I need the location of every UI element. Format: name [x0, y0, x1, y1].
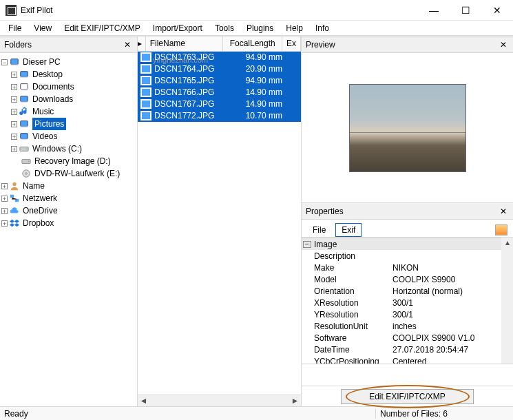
menu-file[interactable]: File [3, 22, 27, 34]
tree-item-dieser-pc[interactable]: −Dieser PC [1, 56, 137, 68]
tree-label: OneDrive [23, 204, 58, 217]
tab-exif[interactable]: Exif [335, 223, 362, 237]
properties-title: Properties [306, 207, 498, 216]
maximize-button[interactable]: ☐ [450, 0, 481, 21]
image-file-icon [140, 111, 151, 120]
property-row[interactable]: YCbCrPositioningCentered [302, 355, 501, 364]
tree-item-name[interactable]: +Name [1, 180, 137, 192]
file-row[interactable]: DSCN1772.JPG10.70 mm [138, 110, 301, 122]
menu-help[interactable]: Help [280, 22, 308, 34]
property-row[interactable]: Description [302, 250, 501, 262]
menu-tools[interactable]: Tools [209, 22, 240, 34]
expand-icon[interactable]: + [1, 208, 8, 214]
tree-item-netzwerk[interactable]: +Netzwerk [1, 192, 137, 204]
file-focal: 94.90 mm [229, 52, 289, 62]
property-row[interactable]: SoftwareCOOLPIX S9900 V1.0 [302, 332, 501, 344]
property-row[interactable]: MakeNIKON [302, 262, 501, 273]
file-row[interactable]: DSCN1763.JPG94.90 mm [138, 52, 301, 63]
file-list[interactable]: yinghezhan.com DSCN1763.JPG94.90 mmDSCN1… [138, 52, 301, 395]
menu-info[interactable]: Info [310, 22, 335, 34]
statusbar: Ready Number of Files: 6 [0, 406, 513, 420]
svg-rect-14 [22, 159, 30, 163]
image-file-icon [140, 99, 151, 109]
tree-label: Desktop [32, 68, 63, 81]
column-filename[interactable]: FileName [146, 36, 224, 51]
tree-item-documents[interactable]: +Documents [1, 81, 137, 93]
tree-item-dropbox[interactable]: +Dropbox [1, 217, 137, 229]
collapse-icon[interactable]: − [303, 241, 311, 248]
tree-item-pictures[interactable]: +Pictures [1, 118, 137, 130]
tree-item-windows-c-[interactable]: +Windows (C:) [1, 143, 137, 155]
video-icon [19, 132, 30, 141]
property-row[interactable]: ModelCOOLPIX S9900 [302, 273, 501, 285]
property-key: DateTime [302, 345, 392, 355]
dropbox-icon [9, 218, 20, 228]
tree-item-recovery-image-d-[interactable]: Recovery Image (D:) [1, 155, 137, 167]
preview-close-icon[interactable]: ✕ [498, 40, 509, 50]
tree-item-onedrive[interactable]: +OneDrive [1, 204, 137, 217]
expand-icon[interactable]: + [11, 146, 17, 152]
image-file-icon [140, 64, 151, 74]
expand-icon[interactable]: + [1, 196, 8, 202]
properties-list[interactable]: −ImageDescriptionMakeNIKONModelCOOLPIX S… [302, 238, 501, 364]
expand-icon[interactable]: + [11, 121, 17, 127]
preview-panel: Preview ✕ [302, 36, 513, 203]
expand-icon[interactable]: + [1, 220, 8, 227]
pic-icon [19, 119, 30, 129]
folders-title: Folders [4, 40, 122, 50]
status-file-count: Number of Files: 6 [375, 409, 513, 419]
minimize-button[interactable]: — [418, 0, 450, 21]
property-key: Make [302, 263, 392, 273]
file-row[interactable]: DSCN1766.JPG14.90 mm [138, 87, 301, 98]
scroll-right-icon[interactable]: ► [289, 396, 301, 406]
expand-icon[interactable]: + [11, 96, 17, 103]
file-row[interactable]: DSCN1765.JPG94.90 mm [138, 75, 301, 87]
property-value: COOLPIX S9900 V1.0 [392, 333, 501, 343]
folder-tree[interactable]: −Dieser PC+Desktop+Documents+Downloads+M… [0, 53, 137, 406]
tree-item-videos[interactable]: +Videos [1, 130, 137, 143]
column-ex[interactable]: Ex [282, 36, 301, 51]
net-icon [9, 193, 20, 203]
menu-view[interactable]: View [28, 22, 57, 34]
column-focallength[interactable]: FocalLength [223, 36, 282, 51]
property-row[interactable]: XResolution300/1 [302, 297, 501, 308]
tree-item-music[interactable]: +Music [1, 105, 137, 118]
horizontal-scrollbar[interactable]: ◄ ► [138, 395, 301, 406]
menu-import-export[interactable]: Import/Export [147, 22, 208, 34]
property-row[interactable]: DateTime27.07.2018 20:54:47 [302, 344, 501, 355]
folders-close-icon[interactable]: ✕ [122, 40, 133, 50]
tree-label: Pictures [32, 118, 66, 130]
tree-item-dvd-rw-laufwerk-e-[interactable]: DVD-RW-Laufwerk (E:) [1, 167, 137, 180]
expand-icon[interactable]: + [11, 109, 17, 115]
scroll-left-icon[interactable]: ◄ [138, 396, 149, 406]
close-button[interactable]: ✕ [481, 0, 513, 21]
file-focal: 14.90 mm [229, 87, 289, 97]
property-value: 300/1 [392, 310, 501, 319]
properties-tool-icon[interactable] [495, 224, 507, 235]
svg-rect-12 [20, 147, 28, 151]
expand-icon[interactable]: + [11, 72, 17, 78]
properties-close-icon[interactable]: ✕ [498, 207, 509, 216]
file-row[interactable]: DSCN1767.JPG14.90 mm [138, 98, 301, 110]
menu-edit-exif[interactable]: Edit EXIF/IPTC/XMP [59, 22, 146, 34]
tree-label: Downloads [32, 93, 73, 105]
file-row[interactable]: DSCN1764.JPG20.90 mm [138, 63, 301, 75]
properties-scrollbar[interactable]: ▴ [501, 238, 513, 364]
edit-exif-button[interactable]: Edit EXIF/IPTC/XMP [341, 389, 474, 404]
property-row[interactable]: YResolution300/1 [302, 308, 501, 320]
column-indicator[interactable]: ▸ [138, 36, 146, 51]
window-title: Exif Pilot [21, 6, 418, 15]
property-row[interactable]: OrientationHorizontal (normal) [302, 285, 501, 297]
expand-icon[interactable]: + [11, 134, 17, 140]
expand-icon[interactable]: + [11, 84, 17, 90]
property-group-image[interactable]: −Image [302, 238, 501, 250]
expand-icon[interactable]: + [1, 183, 8, 189]
tree-item-downloads[interactable]: +Downloads [1, 93, 137, 105]
file-name: DSCN1765.JPG [154, 76, 229, 85]
menu-plugins[interactable]: Plugins [241, 22, 279, 34]
property-row[interactable]: ResolutionUnitinches [302, 320, 501, 332]
tab-file[interactable]: File [307, 224, 331, 236]
file-focal: 20.90 mm [229, 64, 289, 74]
expand-icon[interactable]: − [1, 59, 8, 65]
tree-item-desktop[interactable]: +Desktop [1, 68, 137, 81]
